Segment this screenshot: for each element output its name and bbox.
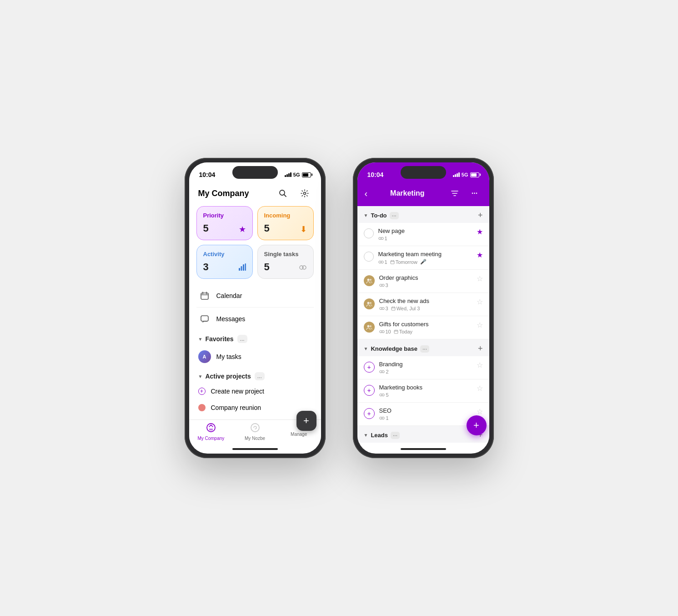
card-incoming[interactable]: Incoming 5 ⬇	[257, 206, 314, 240]
svg-point-31	[380, 284, 382, 287]
task-order-content: Order graphics 3	[379, 274, 472, 288]
settings-button[interactable]	[297, 186, 312, 201]
calendar-icon	[198, 289, 211, 302]
leads-section-label: Leads	[371, 432, 388, 439]
signal-bars-2	[453, 172, 460, 177]
favorites-more-button[interactable]: ...	[237, 335, 247, 343]
task-order-name: Order graphics	[379, 274, 472, 281]
notch-2	[401, 166, 446, 179]
task-checkbox-new-page[interactable]	[364, 228, 374, 238]
kb-books-content: Marketing books 5	[379, 384, 472, 398]
notch-1	[232, 166, 278, 179]
search-button[interactable]	[276, 186, 290, 201]
kb-seo-plus: +	[364, 408, 375, 419]
kb-branding-star[interactable]: ☆	[477, 361, 483, 369]
screen-1: 10:04 5G My Company	[189, 162, 321, 454]
nav-item-calendar[interactable]: Calendar	[196, 284, 314, 308]
kb-section-header: ▼ Knowledge base ··· +	[357, 339, 489, 356]
task-meeting-meta: 1 Tomorrow 🎤	[378, 259, 472, 265]
kb-branding-meta: 2	[379, 369, 472, 374]
task-new-page-count: 1	[378, 236, 387, 241]
kb-add-button[interactable]: +	[478, 344, 483, 353]
my-nozbe-tab-icon	[250, 423, 260, 435]
svg-rect-5	[243, 264, 244, 271]
svg-point-36	[382, 308, 384, 310]
project-create-new[interactable]: + Create new project	[189, 383, 321, 399]
kb-item-marketing-books[interactable]: + Marketing books 5 ☆	[357, 379, 489, 403]
task-order-avatar	[364, 275, 375, 286]
single-tasks-icon	[299, 263, 307, 273]
card-priority[interactable]: Priority 5 ★	[196, 206, 253, 240]
task-gifts-avatar	[364, 322, 375, 333]
status-icons-2: 5G	[453, 172, 479, 177]
todo-more-btn[interactable]: ···	[390, 212, 399, 219]
task-gifts-meta: 10 Today	[379, 329, 472, 334]
more-options-button[interactable]: ···	[467, 186, 482, 201]
leads-more-btn[interactable]: ···	[391, 432, 400, 439]
screen2-scroll: ▼ To-do ··· + New page 1	[357, 206, 489, 444]
my-tasks-avatar: A	[198, 350, 211, 363]
svg-point-54	[382, 417, 384, 419]
task-meeting-star[interactable]: ★	[477, 251, 483, 259]
active-projects-more-button[interactable]: ...	[255, 372, 265, 380]
home-indicator-2	[357, 444, 489, 454]
tab-my-nozbe[interactable]: My Nozbe	[233, 423, 277, 441]
my-tasks-item[interactable]: A My tasks	[189, 346, 321, 368]
task-marketing-meeting[interactable]: Marketing team meeting 1 Tomorrow 🎤	[357, 246, 489, 270]
card-single-label: Single tasks	[264, 251, 307, 258]
svg-point-42	[370, 325, 372, 327]
card-incoming-label: Incoming	[264, 212, 307, 219]
svg-point-32	[382, 284, 384, 287]
task-order-count: 3	[379, 283, 388, 288]
task-gifts-count: 10	[379, 329, 391, 334]
kb-section-left: ▼ Knowledge base ···	[364, 345, 430, 353]
activity-icon	[239, 263, 246, 273]
svg-rect-37	[392, 307, 395, 310]
fab-button-2[interactable]: +	[467, 415, 487, 435]
svg-point-43	[380, 331, 382, 333]
tab-my-company[interactable]: My Company	[189, 423, 233, 441]
my-company-tab-icon	[206, 423, 216, 435]
task-gifts-star[interactable]: ☆	[477, 321, 483, 329]
kb-more-btn[interactable]: ···	[420, 345, 429, 353]
task-checkbox-meeting[interactable]	[364, 252, 374, 262]
company-reunion-label: Company reunion	[211, 404, 261, 411]
task-check-ads[interactable]: Check the new ads 3 Wed, Jul 3	[357, 293, 489, 316]
kb-books-plus: +	[364, 385, 375, 396]
my-tasks-label: My tasks	[216, 353, 241, 360]
phone-1: 10:04 5G My Company	[185, 158, 326, 458]
filter-button[interactable]	[447, 186, 462, 201]
kb-seo-star[interactable]: ☆	[477, 407, 483, 416]
status-icons-1: 5G	[285, 172, 311, 177]
svg-rect-15	[210, 429, 211, 430]
svg-point-17	[251, 424, 259, 432]
messages-icon	[198, 313, 211, 325]
kb-books-star[interactable]: ☆	[477, 384, 483, 393]
kb-chevron: ▼	[364, 346, 368, 351]
card-activity[interactable]: Activity 3	[196, 245, 253, 279]
task-order-graphics[interactable]: Order graphics 3 ☆	[357, 270, 489, 293]
task-gifts[interactable]: Gifts for customers 10 Today	[357, 316, 489, 339]
cards-grid: Priority 5 ★ Incoming 5 ⬇ Activity 3	[189, 206, 321, 284]
home-bar-2	[401, 448, 446, 450]
manage-tab-label: Manage	[291, 432, 307, 437]
nav-item-messages[interactable]: Messages	[196, 308, 314, 330]
task-gifts-date: Today	[394, 329, 412, 334]
task-gifts-name: Gifts for customers	[379, 321, 472, 328]
task-new-page-star[interactable]: ★	[477, 227, 483, 236]
task-new-page[interactable]: New page 1 ★	[357, 223, 489, 246]
task-new-page-content: New page 1	[378, 227, 472, 241]
card-single-tasks[interactable]: Single tasks 5	[257, 245, 314, 279]
fab-button-1[interactable]: +	[296, 411, 316, 431]
marketing-header-actions: ···	[447, 186, 482, 201]
scene: 10:04 5G My Company	[157, 131, 521, 485]
task-ads-content: Check the new ads 3 Wed, Jul 3	[379, 298, 472, 311]
todo-add-button[interactable]: +	[478, 211, 483, 220]
task-order-star[interactable]: ☆	[477, 274, 483, 283]
kb-item-branding[interactable]: + Branding 2 ☆	[357, 356, 489, 379]
create-project-label: Create new project	[211, 388, 265, 395]
svg-point-30	[370, 279, 372, 281]
svg-point-33	[367, 302, 369, 304]
task-ads-star[interactable]: ☆	[477, 298, 483, 306]
back-button[interactable]: ‹	[365, 188, 368, 199]
